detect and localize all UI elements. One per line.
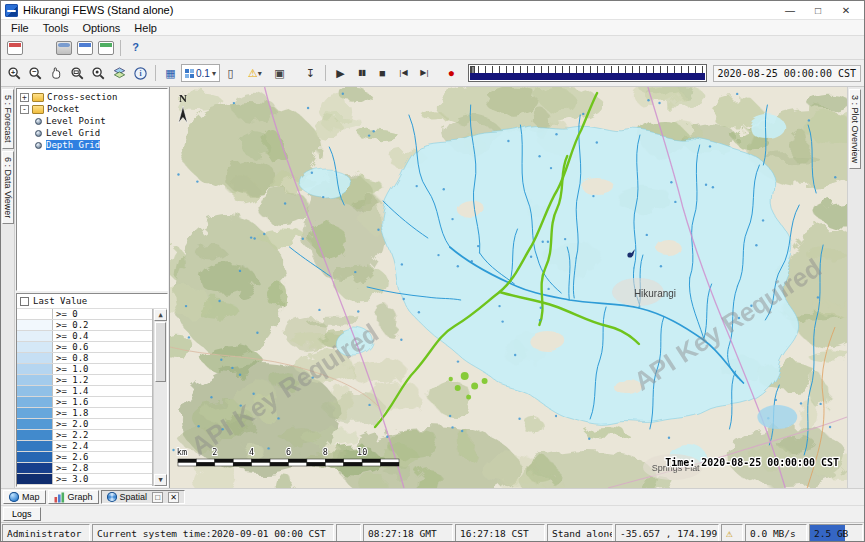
legend-label: >= 0.8 [53,353,89,363]
minimize-button[interactable]: — [776,2,804,19]
record-button[interactable]: ● [441,63,462,83]
zoom-out-button[interactable]: − [25,63,46,83]
grid-value-dropdown[interactable]: 0.1 ▾ [181,64,220,82]
legend-row: >= 2.0 [17,419,152,430]
zoom-full-extent-button[interactable] [88,63,109,83]
legend-scrollbar[interactable]: ▲ ▼ [153,309,167,486]
stop-button[interactable]: ■ [372,63,393,83]
toolbar-separator [325,65,326,81]
file-icon [7,41,23,55]
collapse-icon[interactable]: - [20,105,29,114]
zoom-rect-button[interactable] [67,63,88,83]
legend-color-swatch [17,463,53,473]
layers-button[interactable] [109,63,130,83]
status-bar: AdministratorCurrent system time:2020-09… [1,522,864,542]
display-button[interactable] [74,38,95,58]
step-forward-button[interactable]: ▶| [414,63,435,83]
scale-tick-label: 6 [286,447,291,457]
play-icon: ▶ [336,68,344,79]
legend-color-swatch [17,452,53,462]
legend-title: Last Value [33,296,87,306]
status-gmt-time: 08:27:18 GMT [363,524,453,542]
gauge-button[interactable]: ▯ [220,63,241,83]
status-warning: ⚠ [721,524,743,542]
monitor-icon: ▣ [274,68,284,79]
toolbar-separator [155,65,156,81]
legend-row: >= 1.6 [17,397,152,408]
left-tab-strip: 5 : Forecast 6 : Data Viewer [1,87,15,488]
grid-display-button[interactable]: ▦ [160,63,181,83]
logs-button[interactable]: Logs [3,507,41,521]
menu-help[interactable]: Help [127,22,164,34]
download-button[interactable] [95,38,116,58]
title-bar[interactable]: Hikurangi FEWS (Stand alone) — □ ✕ [1,1,864,20]
tree-item-level-grid[interactable]: Level Grid [17,127,167,139]
window-title: Hikurangi FEWS (Stand alone) [23,4,173,16]
presentation-button[interactable]: ▣ [269,63,290,83]
map-canvas: Hikurangi Springs Flat API Key Required … [170,87,847,488]
status-text: 2.5 GB [814,528,848,539]
map-toolbar: + − i ▦ 0.1 ▾ ▯ ⚠ ▾ [1,60,864,87]
tab-spatial[interactable]: Spatial □ ✕ [101,490,186,504]
status-text: -35.657 , 174.199 [620,528,717,539]
tab-data-viewer[interactable]: 6 : Data Viewer [2,151,14,224]
scroll-down-icon[interactable]: ▼ [154,474,167,486]
menu-options[interactable]: Options [75,22,127,34]
database-icon [56,41,72,55]
export-animation-button[interactable]: ↧ [300,63,321,83]
legend-label: >= 0.4 [53,331,89,341]
legend-color-swatch [17,342,53,352]
zoom-in-button[interactable]: + [4,63,25,83]
scale-tick-label: 10 [357,447,367,457]
database-button[interactable] [53,38,74,58]
tab-map[interactable]: Map [3,490,46,504]
display-icon [77,41,93,55]
spatial-icon [107,492,117,502]
pause-button[interactable]: ▮▮ [351,63,372,83]
tree-item-depth-grid[interactable]: Depth Grid [17,139,167,151]
panel-maximize-icon[interactable]: □ [152,492,163,503]
legend-row: >= 2.8 [17,463,152,474]
status-memory: 2.5 GB [809,524,863,542]
menu-file[interactable]: File [4,22,36,34]
time-slider[interactable] [468,64,707,82]
tree-item-level-point[interactable]: Level Point [17,115,167,127]
legend-label: >= 2.6 [53,452,89,462]
scroll-up-icon[interactable]: ▲ [154,309,167,321]
graph-icon [54,492,65,503]
scrollbar-thumb[interactable] [155,322,166,382]
help-button[interactable]: ? [125,38,146,58]
threshold-warning-dropdown[interactable]: ⚠ ▾ [241,63,269,83]
step-back-button[interactable]: |◀ [393,63,414,83]
toolbar-separator [120,40,121,56]
menu-tools[interactable]: Tools [36,22,76,34]
tab-graph[interactable]: Graph [48,490,99,504]
tree-item-cross-section[interactable]: +Cross-section [17,91,167,103]
panel-close-icon[interactable]: ✕ [168,492,179,503]
legend-color-swatch [17,320,53,330]
status-text: 0.0 MB/s [750,528,796,539]
legend-row: >= 0.6 [17,342,152,353]
legend-color-swatch [17,441,53,451]
tree-item-pocket[interactable]: -Pocket [17,103,167,115]
north-label: N [179,92,187,104]
last-value-checkbox[interactable] [20,297,29,306]
main-toolbar: ? [1,36,864,60]
tab-forecast[interactable]: 5 : Forecast [2,89,14,149]
tab-map-label: Map [22,492,40,502]
expand-icon[interactable]: + [20,93,29,102]
file-button[interactable] [4,38,25,58]
legend-label: >= 0.6 [53,342,89,352]
play-button[interactable]: ▶ [330,63,351,83]
svg-text:−: − [32,67,37,76]
info-icon: i [133,66,148,81]
info-button[interactable]: i [130,63,151,83]
maximize-button[interactable]: □ [804,2,832,19]
close-button[interactable]: ✕ [832,2,860,19]
node-icon [35,130,42,137]
export-icon: ↧ [306,68,315,79]
status-local-time: 16:27:18 CST [455,524,545,542]
pan-button[interactable] [46,63,67,83]
tab-plot-overview[interactable]: 3 : Plot Overview [849,89,861,169]
map-view[interactable]: Hikurangi Springs Flat API Key Required … [169,87,847,488]
